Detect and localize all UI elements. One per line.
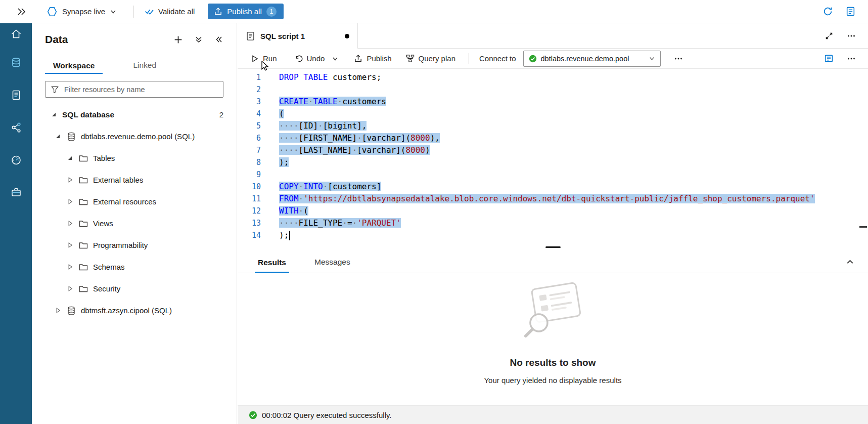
- code-line[interactable]: 2: [238, 83, 868, 96]
- tree-item[interactable]: Security: [32, 278, 237, 300]
- publish-button[interactable]: Publish: [354, 54, 391, 63]
- tree-expand-icon[interactable]: [66, 264, 74, 270]
- line-number[interactable]: 3: [238, 96, 261, 108]
- line-number[interactable]: 9: [238, 168, 261, 181]
- code-line[interactable]: 11FROM·'https://dbtlabsynapsedatalake.bl…: [238, 193, 868, 205]
- line-number[interactable]: 2: [238, 83, 261, 96]
- line-number[interactable]: 12: [238, 205, 261, 217]
- code-line[interactable]: 8);: [238, 156, 868, 168]
- properties-icon[interactable]: [824, 54, 834, 63]
- query-plan-button[interactable]: Query plan: [406, 54, 455, 63]
- overview-ruler-marker[interactable]: [859, 226, 867, 228]
- folder-icon: [78, 284, 88, 294]
- tree-item[interactable]: dbtlabs.revenue.demo.pool (SQL): [32, 125, 237, 147]
- code-line[interactable]: 14);: [238, 229, 868, 241]
- code-line-text[interactable]: ····[ID]·[bigint],: [279, 120, 367, 132]
- tab-results[interactable]: Results: [255, 258, 289, 273]
- code-line-text[interactable]: ····FILE_TYPE·=·'PARQUET': [279, 217, 401, 229]
- line-number[interactable]: 1: [238, 71, 261, 83]
- code-line-text[interactable]: WITH·(: [279, 205, 308, 217]
- add-resource-icon[interactable]: [173, 35, 183, 45]
- folder-icon: [78, 240, 88, 250]
- line-number[interactable]: 4: [238, 108, 261, 120]
- tree-collapse-icon[interactable]: [54, 133, 62, 140]
- tree-item[interactable]: External resources: [32, 191, 237, 213]
- nav-integrate-icon[interactable]: [0, 111, 32, 144]
- tree-item[interactable]: dbtmsft.azsyn.cipool (SQL): [32, 300, 237, 321]
- double-chevron-down-icon[interactable]: [194, 35, 203, 44]
- filter-input[interactable]: [63, 85, 218, 94]
- tree-expand-icon[interactable]: [66, 242, 74, 248]
- toolbar-right-more-icon[interactable]: [847, 54, 856, 63]
- code-line-text[interactable]: FROM·'https://dbtlabsynapsedatalake.blob…: [279, 193, 815, 205]
- code-line-text[interactable]: );: [279, 229, 290, 241]
- tab-more-icon[interactable]: [847, 31, 856, 40]
- tree-collapse-icon[interactable]: [66, 155, 74, 161]
- code-line-text[interactable]: (: [279, 108, 284, 120]
- code-line[interactable]: 4(: [238, 108, 868, 120]
- tree-item[interactable]: Views: [32, 213, 237, 234]
- nav-data-icon[interactable]: [0, 47, 32, 79]
- undo-dropdown-icon[interactable]: [332, 55, 339, 62]
- panel-resize-handle[interactable]: [545, 246, 561, 248]
- code-line-text[interactable]: DROP TABLE customers;: [279, 71, 381, 83]
- code-line[interactable]: 9: [238, 168, 868, 181]
- code-line-text[interactable]: CREATE·TABLE·customers: [279, 96, 386, 108]
- results-tabbar: Results Messages: [238, 248, 868, 273]
- collapse-panel-icon[interactable]: [214, 35, 223, 44]
- tab-workspace[interactable]: Workspace: [45, 61, 103, 74]
- line-number[interactable]: 14: [238, 229, 261, 241]
- code-line[interactable]: 7····[LAST_NAME]·[varchar](8000): [238, 144, 868, 156]
- toolbar-more-icon[interactable]: [674, 54, 683, 63]
- code-line-text[interactable]: COPY·INTO·[customers]: [279, 181, 381, 193]
- line-number[interactable]: 6: [238, 132, 261, 144]
- line-number[interactable]: 8: [238, 156, 261, 168]
- validate-all-button[interactable]: Validate all: [145, 7, 195, 16]
- tree-expand-icon[interactable]: [66, 285, 74, 292]
- nav-develop-icon[interactable]: [0, 79, 32, 111]
- expand-editor-icon[interactable]: [825, 31, 834, 40]
- code-line-text[interactable]: );: [279, 156, 289, 168]
- line-number[interactable]: 5: [238, 120, 261, 132]
- tree-item[interactable]: Tables: [32, 147, 237, 169]
- pool-select[interactable]: dbtlabs.revenue.demo.pool: [523, 51, 661, 67]
- tree-item[interactable]: External tables: [32, 169, 237, 191]
- code-line[interactable]: 5····[ID]·[bigint],: [238, 120, 868, 132]
- tree-expand-icon[interactable]: [66, 220, 74, 227]
- nav-home-icon[interactable]: [0, 21, 32, 47]
- tab-sql-script-1[interactable]: SQL script 1: [238, 23, 358, 49]
- tree-expand-icon[interactable]: [66, 198, 74, 205]
- line-number[interactable]: 7: [238, 144, 261, 156]
- code-line[interactable]: 13····FILE_TYPE·=·'PARQUET': [238, 217, 868, 229]
- tree-expand-icon[interactable]: [66, 177, 74, 183]
- run-button[interactable]: Run: [251, 54, 277, 63]
- code-line[interactable]: 6····[FIRST_NAME]·[varchar](8000),: [238, 132, 868, 144]
- undo-button[interactable]: Undo: [294, 54, 325, 63]
- code-line-text[interactable]: ····[FIRST_NAME]·[varchar](8000),: [279, 132, 440, 144]
- code-line-text[interactable]: ····[LAST_NAME]·[varchar](8000): [279, 144, 430, 156]
- line-number[interactable]: 10: [238, 181, 261, 193]
- code-line[interactable]: 10COPY·INTO·[customers]: [238, 181, 868, 193]
- code-line[interactable]: 3CREATE·TABLE·customers: [238, 96, 868, 108]
- double-chevron-right-icon[interactable]: [16, 7, 26, 16]
- tree-item[interactable]: Programmability: [32, 234, 237, 256]
- line-number[interactable]: 13: [238, 217, 261, 229]
- refresh-icon[interactable]: [823, 6, 833, 17]
- nav-manage-icon[interactable]: [0, 176, 32, 208]
- publish-all-button[interactable]: Publish all 1: [208, 4, 283, 19]
- tree-item[interactable]: SQL database2: [32, 104, 237, 125]
- nav-monitor-icon[interactable]: [0, 144, 32, 176]
- synapse-live-selector[interactable]: Synapse live: [47, 6, 117, 17]
- tab-linked[interactable]: Linked: [125, 61, 164, 74]
- tree-expand-icon[interactable]: [54, 307, 62, 314]
- line-number[interactable]: 11: [238, 193, 261, 205]
- collapse-results-icon[interactable]: [845, 257, 855, 267]
- code-line[interactable]: 1DROP TABLE customers;: [238, 71, 868, 83]
- clipboard-icon[interactable]: [845, 6, 856, 17]
- tab-messages[interactable]: Messages: [311, 258, 353, 273]
- tree-item[interactable]: Schemas: [32, 256, 237, 278]
- code-line[interactable]: 12WITH·(: [238, 205, 868, 217]
- validate-all-label: Validate all: [158, 7, 195, 16]
- tree-collapse-icon[interactable]: [50, 111, 58, 118]
- sql-code-editor[interactable]: 1DROP TABLE customers;23CREATE·TABLE·cus…: [238, 69, 868, 248]
